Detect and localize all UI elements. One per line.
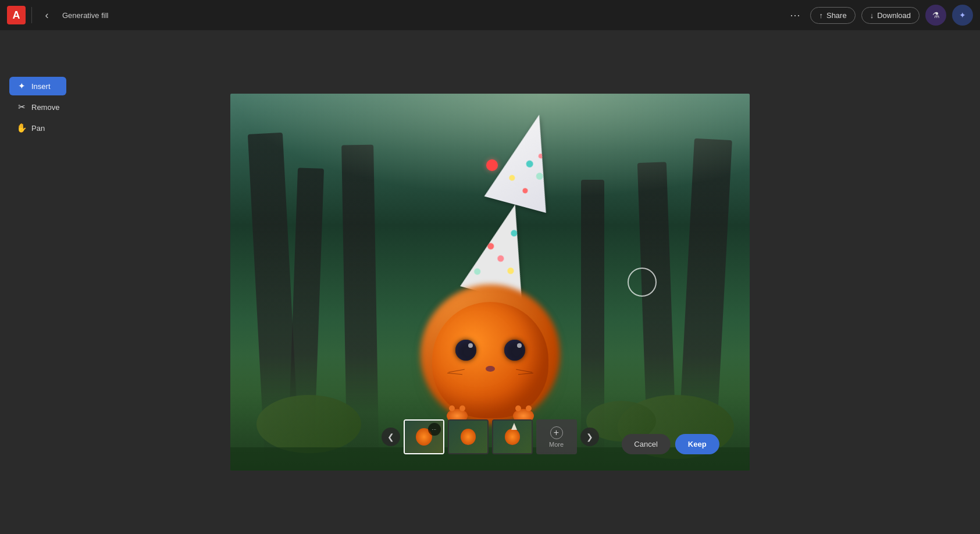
pan-tool-button[interactable]: ✋ Pan: [9, 119, 66, 137]
more-thumbnails-button[interactable]: + More: [536, 419, 577, 454]
plus-icon: +: [550, 426, 563, 439]
moss-rock-left: [256, 395, 361, 453]
more-label: More: [549, 441, 564, 448]
whisker-2: [447, 373, 462, 375]
hat-dot-6: [521, 187, 528, 194]
pan-icon: ✋: [16, 123, 27, 133]
labs-icon-button[interactable]: ⚗: [925, 5, 946, 26]
thumb-2-bg: [449, 421, 487, 453]
remove-icon: ✂: [16, 102, 27, 112]
forest-glow: [230, 94, 750, 198]
canvas-image[interactable]: [230, 94, 750, 471]
hat-pom: [486, 159, 498, 171]
thumb-2-creature: [461, 429, 476, 445]
share-button[interactable]: ↑ Share: [810, 7, 855, 24]
creature-nose: [486, 366, 495, 372]
keep-button[interactable]: Keep: [675, 434, 719, 454]
creature-eye-right: [504, 340, 525, 361]
creature-body-wrap: [426, 290, 554, 418]
whisker-4: [518, 373, 533, 375]
labs-icon: ⚗: [932, 10, 940, 20]
thumb-3-inner: [493, 421, 532, 453]
user-icon: ✦: [959, 10, 966, 20]
hat-dot-3: [508, 175, 515, 181]
app-logo[interactable]: A: [7, 6, 26, 24]
thumbnail-3[interactable]: [492, 419, 533, 454]
thumb-1-dots: ···: [428, 423, 441, 436]
creature-body-main: [432, 302, 548, 418]
thumb-3-bg: [493, 421, 532, 453]
topbar: A ‹ Generative fill ··· ↑ Share ↓ Downlo…: [0, 0, 980, 30]
thumb-1-inner: ···: [405, 421, 443, 453]
main-canvas-area: ✦ Insert ✂ Remove ✋ Pan: [0, 30, 980, 534]
hat-dot-2: [525, 159, 534, 168]
canvas-container: ❮ ···: [230, 94, 750, 471]
thumbnail-1[interactable]: ···: [404, 419, 444, 454]
thumb-3-creature: [505, 429, 520, 445]
thumbnail-strip: ❮ ···: [378, 419, 603, 454]
topbar-divider: [31, 7, 32, 23]
remove-tool-button[interactable]: ✂ Remove: [9, 98, 66, 116]
insert-tool-button[interactable]: ✦ Insert: [9, 77, 66, 95]
cancel-button[interactable]: Cancel: [621, 434, 670, 454]
more-options-button[interactable]: ···: [786, 6, 804, 24]
thumb-3-hat: [511, 423, 517, 430]
action-buttons: Cancel Keep: [621, 434, 719, 454]
right-arrow-icon: ❯: [586, 432, 593, 442]
insert-icon: ✦: [16, 81, 27, 91]
thumbnail-2[interactable]: [448, 419, 489, 454]
creature: [415, 255, 566, 418]
download-button[interactable]: ↓ Download: [861, 7, 920, 24]
left-arrow-icon: ❮: [387, 432, 394, 442]
whisker-3: [516, 369, 532, 373]
left-toolbar: ✦ Insert ✂ Remove ✋ Pan: [9, 77, 66, 137]
creature-eye-left: [455, 340, 476, 361]
whisker-1: [448, 369, 465, 373]
page-title: Generative fill: [62, 11, 108, 20]
thumbnails-row: ···: [404, 419, 577, 454]
thumb-2-inner: [449, 421, 487, 453]
hat-dot-5: [535, 172, 544, 181]
share-icon: ↑: [819, 11, 823, 20]
back-button[interactable]: ‹: [38, 6, 56, 24]
thumbnail-prev-button[interactable]: ❮: [382, 428, 400, 446]
thumbnail-next-button[interactable]: ❯: [580, 428, 599, 446]
user-avatar-button[interactable]: ✦: [952, 5, 973, 26]
download-icon: ↓: [870, 11, 874, 20]
